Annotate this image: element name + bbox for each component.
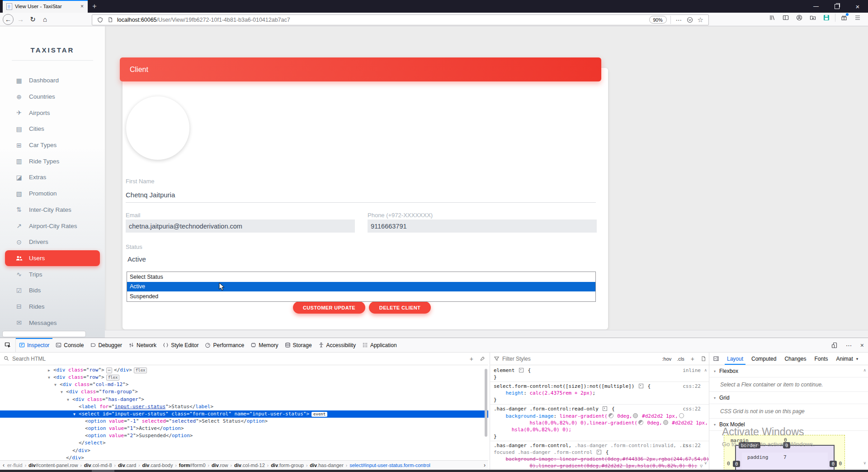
markup-line[interactable]: </div> [0,447,488,454]
markup-line[interactable]: <option value="2">Suspended</option> [0,432,488,439]
tab-layout[interactable]: Layout [723,353,747,365]
rule-source-link[interactable]: css:22 [683,383,701,390]
border-right-value[interactable]: 0 [830,461,837,467]
rule-source-link[interactable]: css:22 [683,405,701,412]
breadcrumb-item[interactable]: div.card [118,462,136,468]
sidebar-item-inter-city-rates[interactable]: ⇅Inter-City Rates [0,202,105,218]
breadcrumb-item[interactable]: div.card-body [142,462,173,468]
devtools-tab-inspector[interactable]: Inspector [16,338,52,352]
target-element-icon[interactable] [597,450,601,454]
window-close-button[interactable]: × [847,0,868,13]
tab-changes[interactable]: Changes [780,353,810,365]
box-model-margin[interactable]: margin 0 0 0 border 0 0 0 padding 7 0 0 … [724,435,845,470]
sidebar-item-drivers[interactable]: ⊙Drivers [0,234,105,250]
css-rule[interactable]: .has-danger .form-control, .has-danger .… [490,441,709,470]
add-node-icon[interactable]: + [470,355,473,362]
phone-field[interactable]: 9116663791 [368,219,597,233]
eyedropper-icon[interactable] [480,356,486,362]
email-field[interactable]: chetna.jaitpuria@technoderivation.com [126,219,355,233]
layout-scroll-down-icon[interactable]: ∨ [863,461,866,465]
markup-line[interactable]: ▼<div class="has-danger"> [0,396,488,403]
account-icon[interactable] [796,14,802,21]
page-actions-icon[interactable]: ⋯ [676,16,682,24]
breadcrumb-item[interactable]: div#content-panel.row [28,462,78,468]
breadcrumb-scroll-left-icon[interactable]: ‹ [0,462,7,468]
customer-update-button[interactable]: CUSTOMER UPDATE [293,301,365,314]
markup-line[interactable]: </div> [0,454,488,460]
tab-computed[interactable]: Computed [747,353,780,365]
target-element-icon[interactable] [603,406,607,411]
sidebar-item-messages[interactable]: ✉Messages [0,315,105,331]
reload-button[interactable]: ↻ [27,15,39,24]
layout-scroll-up-icon[interactable]: ∧ [863,368,866,372]
markup-line[interactable]: <label for="input-user-status">Status</l… [0,403,488,410]
devtools-tab-network[interactable]: Network [125,338,160,352]
padding-top-value[interactable]: 7 [783,454,787,460]
delete-client-button[interactable]: DELETE CLIENT [369,301,431,314]
markup-line[interactable]: ▼<div class="form-group"> [0,388,488,396]
sidebar-item-ride-types[interactable]: ▥Ride Types [0,153,105,169]
filter-styles-input[interactable]: Filter Styles [502,356,531,362]
target-element-icon[interactable] [639,384,643,388]
bookmark-star-icon[interactable]: ☆ [698,16,703,24]
box-model-border[interactable]: border 0 0 0 padding 7 0 0 7 1166×27 [735,445,835,470]
devtools-tab-storage[interactable]: Storage [282,338,315,352]
sidebar-item-trips[interactable]: ∿Trips [0,266,105,282]
page-info-icon[interactable] [108,17,113,23]
first-name-value[interactable]: Chetnq Jaitpuria [126,191,175,199]
markup-line-selected[interactable]: ▼<select id="input-user-status" class="f… [0,410,488,418]
breadcrumb-item[interactable]: div.form-group [271,462,304,468]
devtools-close-icon[interactable]: × [860,342,864,349]
save-extension-icon[interactable] [823,14,830,21]
styles-scroll-down-icon[interactable]: ∨ [704,461,707,465]
css-rule[interactable]: element {inline} [490,366,709,382]
markup-line[interactable]: ▶<div class="row">⋯</div>flex [0,367,488,374]
browser-tab[interactable]: View User - TaxiStar × [3,0,88,13]
stylesheet-icon[interactable] [701,356,706,362]
status-option-active[interactable]: Active [127,282,595,292]
tab-animat[interactable]: Animat [832,353,857,365]
sidebar-item-car-types[interactable]: ⊞Car Types [0,137,105,153]
page-scrollbar-thumb[interactable] [2,331,86,337]
forward-button[interactable]: → [14,15,27,23]
border-left-value[interactable]: 0 [733,461,740,467]
collapse-sidebar-icon[interactable] [713,356,719,362]
home-button[interactable]: ⌂ [39,15,51,23]
sidebar-item-dashboard[interactable]: ▦Dashboard [0,72,105,89]
styles-scroll-up-icon[interactable]: ∧ [704,368,707,372]
breadcrumb-item[interactable]: div.col-md-12 [234,462,265,468]
box-model-padding[interactable]: padding 7 0 0 7 1166×27 [742,453,828,470]
breadcrumb-item[interactable]: div.row [212,462,228,468]
sidebar-item-extras[interactable]: ◪Extras [0,169,105,186]
devtools-tab-accessibility[interactable]: Accessibility [315,338,359,352]
devtools-tab-memory[interactable]: Memory [247,338,281,352]
target-element-icon[interactable] [519,368,524,372]
sidebar-item-cities[interactable]: ▤Cities [0,121,105,137]
sidebar-item-airport-city-rates[interactable]: ↗Airport-City Rates [0,218,105,234]
pseudo-class-button[interactable]: :hov [662,356,672,362]
breadcrumb-scroll-right-icon[interactable]: › [481,462,488,468]
rule-source-link[interactable]: inline [683,367,701,374]
sidebar-item-countries[interactable]: ⊕Countries [0,89,105,105]
sidebar-item-airports[interactable]: ✈Airports [0,105,105,121]
sidebar-item-rides[interactable]: ⊟Rides [0,299,105,315]
markup-line[interactable]: <option value="-1" selected="selected">S… [0,418,488,425]
page-horizontal-scrollbar[interactable] [105,330,868,338]
gift-icon[interactable] [841,14,847,21]
media-folder-icon[interactable] [810,14,816,21]
devtools-tab-application[interactable]: Application [359,338,400,352]
box-model-section-header[interactable]: ▾ Box Model [709,419,868,431]
search-input[interactable]: Search HTML [12,356,46,362]
border-top-value[interactable]: 0 [783,442,790,448]
markup-scrollbar-thumb[interactable] [485,369,487,437]
sidebars-icon[interactable] [783,14,789,21]
responsive-mode-icon[interactable] [831,342,838,348]
devtools-tab-console[interactable]: Console [52,338,87,352]
tab-fonts[interactable]: Fonts [810,353,832,365]
zoom-level-badge[interactable]: 90% [649,16,667,24]
library-icon[interactable] [769,14,775,21]
devtools-tab-style-editor[interactable]: Style Editor [160,338,202,352]
markup-line[interactable]: ▼<div class="col-md-12"> [0,381,488,388]
css-rule[interactable]: .has-danger .form-control:read-only {css… [490,405,709,441]
add-rule-icon[interactable]: + [691,355,694,362]
